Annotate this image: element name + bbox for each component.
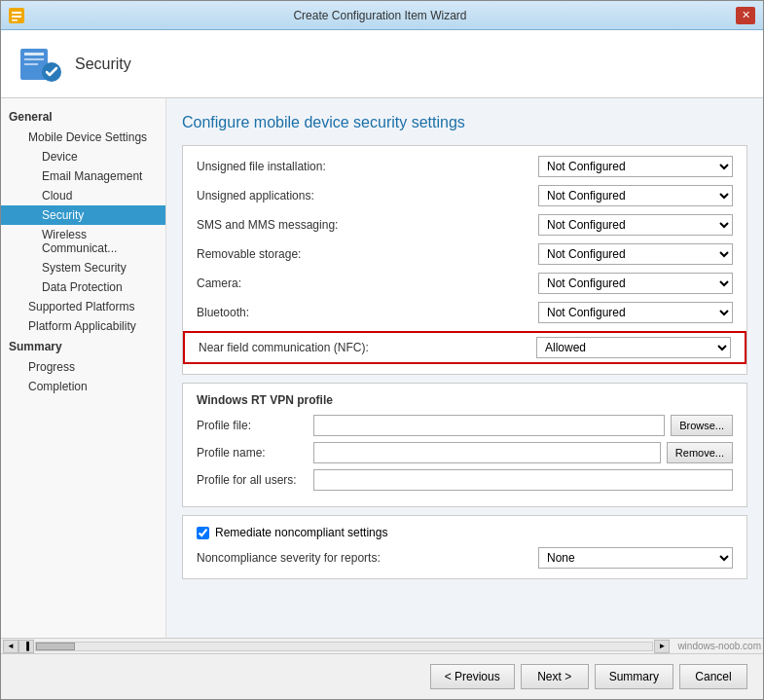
bluetooth-row: Bluetooth: Not Configured Allowed Not Al… xyxy=(197,302,733,323)
sidebar-item-completion[interactable]: Completion xyxy=(1,377,165,396)
svg-rect-6 xyxy=(24,58,44,60)
removable-storage-label: Removable storage: xyxy=(197,247,538,261)
scroll-block-button[interactable]: ▐ xyxy=(18,640,34,653)
summary-button[interactable]: Summary xyxy=(595,664,673,689)
removable-storage-select[interactable]: Not Configured Allowed Not Allowed xyxy=(538,243,733,265)
profile-users-row: Profile for all users: xyxy=(197,469,733,491)
unsigned-file-installation-row: Unsigned file installation: Not Configur… xyxy=(197,156,733,177)
remediate-row: Remediate noncompliant settings xyxy=(197,526,733,539)
sidebar-item-security[interactable]: Security xyxy=(1,205,165,225)
nfc-row: Near field communication (NFC): Not Conf… xyxy=(183,331,746,364)
sidebar-item-progress[interactable]: Progress xyxy=(1,357,165,377)
noncompliance-select[interactable]: None Informational Warning Critical Crit… xyxy=(538,547,733,569)
compliance-section: Remediate noncompliant settings Noncompl… xyxy=(182,515,747,579)
security-settings: Unsigned file installation: Not Configur… xyxy=(182,145,747,375)
scroll-thumb[interactable] xyxy=(36,643,75,650)
sms-mms-label: SMS and MMS messaging: xyxy=(197,218,538,232)
profile-file-row: Profile file: Browse... xyxy=(197,415,733,436)
remove-button[interactable]: Remove... xyxy=(667,442,733,463)
sidebar-item-data-protection[interactable]: Data Protection xyxy=(1,277,165,297)
cancel-button[interactable]: Cancel xyxy=(679,664,747,689)
vpn-section: Windows RT VPN profile Profile file: Bro… xyxy=(182,383,747,507)
unsigned-applications-select[interactable]: Not Configured Allowed Not Allowed xyxy=(538,185,733,206)
security-icon xyxy=(17,41,63,88)
scroll-left-button[interactable]: ◄ xyxy=(3,640,18,653)
profile-name-label: Profile name: xyxy=(197,446,313,460)
watermark: windows-noob.com xyxy=(677,641,761,651)
title-bar: Create Configuration Item Wizard ✕ xyxy=(1,1,763,30)
title-bar-icon xyxy=(9,8,24,23)
unsigned-file-installation-select[interactable]: Not Configured Allowed Not Allowed xyxy=(538,156,733,177)
profile-name-input[interactable] xyxy=(313,442,661,463)
unsigned-applications-row: Unsigned applications: Not Configured Al… xyxy=(197,185,733,206)
profile-users-input[interactable] xyxy=(313,469,733,491)
profile-name-row: Profile name: Remove... xyxy=(197,442,733,463)
close-button[interactable]: ✕ xyxy=(736,7,755,24)
previous-button[interactable]: < Previous xyxy=(430,664,515,689)
bluetooth-control[interactable]: Not Configured Allowed Not Allowed xyxy=(538,302,733,323)
scroll-right-button[interactable]: ► xyxy=(654,640,670,653)
next-button[interactable]: Next > xyxy=(521,664,589,689)
unsigned-file-installation-control[interactable]: Not Configured Allowed Not Allowed xyxy=(538,156,733,177)
removable-storage-row: Removable storage: Not Configured Allowe… xyxy=(197,243,733,265)
sidebar-item-mobile-device-settings[interactable]: Mobile Device Settings xyxy=(1,128,165,147)
sidebar-item-email-management[interactable]: Email Management xyxy=(1,166,165,186)
bottom-scrollbar: ◄ ▐ ► windows-noob.com xyxy=(1,638,763,653)
vpn-title: Windows RT VPN profile xyxy=(197,393,733,407)
bluetooth-label: Bluetooth: xyxy=(197,306,538,319)
remediate-checkbox[interactable] xyxy=(197,527,209,539)
bluetooth-select[interactable]: Not Configured Allowed Not Allowed xyxy=(538,302,733,323)
wizard-window: Create Configuration Item Wizard ✕ Secur… xyxy=(0,0,764,700)
noncompliance-label: Noncompliance severity for reports: xyxy=(197,551,538,565)
noncompliance-control[interactable]: None Informational Warning Critical Crit… xyxy=(538,547,733,569)
svg-rect-3 xyxy=(12,19,18,21)
profile-file-input[interactable] xyxy=(313,415,665,436)
sidebar-item-supported-platforms[interactable]: Supported Platforms xyxy=(1,297,165,316)
svg-rect-5 xyxy=(24,53,44,55)
wizard-footer: < Previous Next > Summary Cancel xyxy=(1,653,763,699)
content-area: General Mobile Device Settings Device Em… xyxy=(1,98,763,638)
nfc-label: Near field communication (NFC): xyxy=(199,341,536,354)
sidebar-item-summary[interactable]: Summary xyxy=(1,336,165,357)
sidebar: General Mobile Device Settings Device Em… xyxy=(1,98,166,638)
remediate-label[interactable]: Remediate noncompliant settings xyxy=(215,526,387,539)
unsigned-applications-control[interactable]: Not Configured Allowed Not Allowed xyxy=(538,185,733,206)
main-content: Configure mobile device security setting… xyxy=(166,98,763,638)
svg-rect-2 xyxy=(12,16,21,18)
sms-mms-row: SMS and MMS messaging: Not Configured Al… xyxy=(197,214,733,236)
scroll-track xyxy=(35,642,653,651)
profile-file-label: Profile file: xyxy=(197,419,313,432)
sms-mms-select[interactable]: Not Configured Allowed Not Allowed xyxy=(538,214,733,236)
sidebar-item-device[interactable]: Device xyxy=(1,147,165,166)
svg-rect-1 xyxy=(12,12,21,14)
unsigned-file-installation-label: Unsigned file installation: xyxy=(197,160,538,173)
sms-mms-control[interactable]: Not Configured Allowed Not Allowed xyxy=(538,214,733,236)
profile-users-label: Profile for all users: xyxy=(197,473,313,487)
sidebar-item-wireless-communication[interactable]: Wireless Communicat... xyxy=(1,225,165,258)
camera-row: Camera: Not Configured Allowed Not Allow… xyxy=(197,273,733,294)
svg-rect-7 xyxy=(24,63,38,65)
noncompliance-row: Noncompliance severity for reports: None… xyxy=(197,547,733,569)
header-title: Security xyxy=(75,55,131,73)
nfc-control[interactable]: Not Configured Allowed Not Allowed xyxy=(536,337,731,358)
wizard-header: Security xyxy=(1,30,763,98)
sidebar-item-platform-applicability[interactable]: Platform Applicability xyxy=(1,316,165,336)
sidebar-item-cloud[interactable]: Cloud xyxy=(1,186,165,205)
title-bar-title: Create Configuration Item Wizard xyxy=(24,9,736,22)
sidebar-item-system-security[interactable]: System Security xyxy=(1,258,165,277)
removable-storage-control[interactable]: Not Configured Allowed Not Allowed xyxy=(538,243,733,265)
camera-label: Camera: xyxy=(197,276,538,290)
camera-select[interactable]: Not Configured Allowed Not Allowed xyxy=(538,273,733,294)
unsigned-applications-label: Unsigned applications: xyxy=(197,189,538,203)
main-title: Configure mobile device security setting… xyxy=(182,114,747,131)
sidebar-item-general[interactable]: General xyxy=(1,106,165,128)
camera-control[interactable]: Not Configured Allowed Not Allowed xyxy=(538,273,733,294)
browse-button[interactable]: Browse... xyxy=(671,415,733,436)
nfc-select[interactable]: Not Configured Allowed Not Allowed xyxy=(536,337,731,358)
